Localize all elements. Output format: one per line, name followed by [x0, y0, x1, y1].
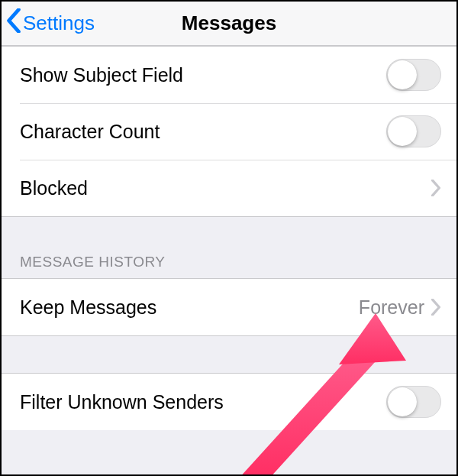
toggle-knob [388, 60, 417, 89]
row-label: Show Subject Field [20, 64, 386, 86]
row-label: Character Count [20, 121, 386, 143]
chevron-right-icon [431, 299, 441, 316]
group-message-history: Keep Messages Forever [2, 278, 456, 336]
section-header-message-history: MESSAGE HISTORY [2, 217, 456, 278]
row-label: Blocked [20, 177, 431, 199]
group-general: Show Subject Field Character Count Block… [2, 46, 456, 217]
row-value: Forever [359, 296, 424, 319]
row-blocked[interactable]: Blocked [2, 160, 456, 216]
row-show-subject-field[interactable]: Show Subject Field [2, 47, 456, 103]
toggle-character-count[interactable] [386, 115, 441, 147]
row-filter-unknown-senders[interactable]: Filter Unknown Senders [2, 374, 456, 430]
row-keep-messages[interactable]: Keep Messages Forever [2, 279, 456, 335]
toggle-knob [388, 117, 417, 146]
back-button[interactable]: Settings [2, 8, 95, 38]
toggle-knob [388, 387, 417, 416]
row-label: Filter Unknown Senders [20, 391, 386, 413]
group-filter: Filter Unknown Senders [2, 373, 456, 430]
navbar: Settings Messages [2, 2, 456, 46]
back-label: Settings [23, 11, 95, 35]
row-character-count[interactable]: Character Count [2, 103, 456, 160]
group-spacer [2, 336, 456, 373]
chevron-right-icon [431, 180, 441, 196]
settings-screen: Settings Messages Show Subject Field Cha… [0, 0, 458, 476]
toggle-filter-unknown-senders[interactable] [386, 386, 441, 418]
toggle-show-subject-field[interactable] [386, 59, 441, 91]
chevron-left-icon [6, 8, 21, 38]
row-label: Keep Messages [20, 296, 359, 319]
